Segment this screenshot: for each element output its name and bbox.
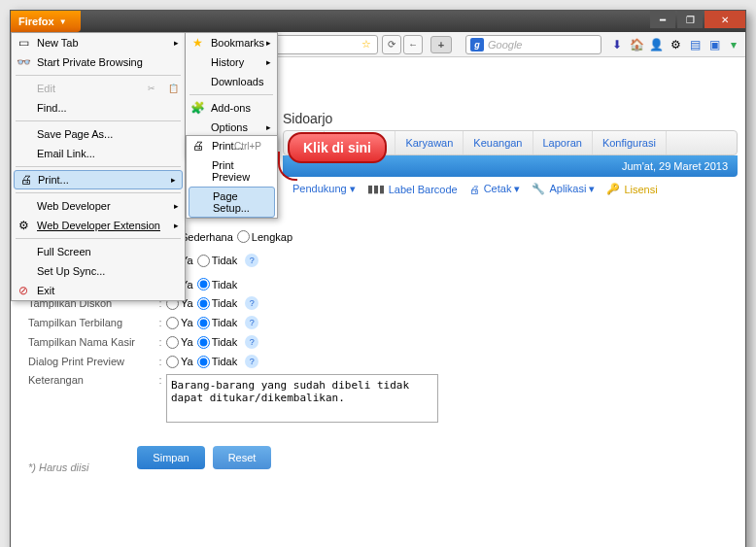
radio-tidak[interactable]	[197, 297, 210, 310]
separator	[16, 166, 181, 167]
label-kasir: Tampilkan Nama Kasir	[28, 336, 155, 348]
mi-print[interactable]: 🖨Print...▸	[14, 170, 183, 189]
gear-icon[interactable]: ⚙	[668, 37, 683, 52]
firefox-menu-left: ▭New Tab▸ 👓Start Private Browsing Edit✂📋…	[11, 32, 186, 301]
separator	[16, 75, 181, 76]
separator	[189, 94, 273, 95]
label-dialog: Dialog Print Preview	[28, 356, 155, 367]
mi-history[interactable]: History▸	[186, 52, 277, 72]
gear-icon: ⚙	[16, 219, 31, 232]
mi-email-link[interactable]: Email Link...	[12, 144, 185, 163]
mi-new-tab[interactable]: ▭New Tab▸	[12, 33, 185, 52]
help-icon[interactable]: ?	[245, 335, 258, 349]
nav-konfigurasi[interactable]: Konfigurasi	[593, 131, 667, 154]
mi-save-as[interactable]: Save Page As...	[12, 124, 185, 144]
mi-edit: Edit✂📋	[12, 79, 185, 98]
separator	[16, 120, 181, 121]
nav-karyawan[interactable]: Karyawan	[395, 131, 464, 154]
mi-start-private[interactable]: 👓Start Private Browsing	[12, 52, 185, 72]
tab-icon: ▭	[16, 36, 31, 50]
arrow-icon: ▸	[174, 201, 179, 211]
keterangan-textarea[interactable]	[166, 374, 438, 423]
reset-button[interactable]: Reset	[213, 446, 272, 469]
tb-pendukung[interactable]: Pendukung ▾	[292, 183, 356, 195]
row-keterangan: Keterangan :	[28, 374, 736, 423]
window-controls: ━ ❐ ✕	[648, 11, 745, 28]
radio-tidak[interactable]	[197, 278, 210, 291]
paste-icon: 📋	[168, 84, 179, 93]
radio-tidak[interactable]	[197, 356, 210, 368]
print-icon: 🖨	[469, 184, 480, 195]
nav-laporan[interactable]: Laporan	[533, 131, 593, 154]
mi-options[interactable]: Options▸	[186, 118, 277, 137]
help-icon[interactable]: ?	[245, 254, 258, 267]
user-icon[interactable]: 👤	[648, 37, 664, 52]
row-dialog: Dialog Print Preview : Ya Tidak ?	[28, 355, 736, 368]
mask-icon: 👓	[16, 55, 31, 69]
search-placeholder: Google	[488, 39, 522, 51]
mi-full-screen[interactable]: Full Screen	[12, 242, 185, 261]
printer-icon: 🖨	[18, 173, 34, 187]
tb-label-barcode[interactable]: ▮▮▮ Label Barcode	[367, 183, 458, 195]
firefox-label: Firefox	[18, 16, 54, 27]
google-icon: g	[470, 38, 484, 51]
mi-web-dev-ext[interactable]: ⚙Web Developer Extension▸	[12, 216, 185, 235]
reload-button[interactable]: ⟳	[382, 35, 401, 54]
radio-ya[interactable]	[166, 356, 179, 368]
mi-print-action[interactable]: 🖨Print...Ctrl+P	[187, 136, 277, 155]
radio-tidak[interactable]	[197, 317, 210, 329]
tab-icon[interactable]: ▣	[706, 37, 722, 52]
star-icon: ★	[189, 36, 205, 50]
radio-ya[interactable]	[166, 317, 179, 329]
download-icon[interactable]: ⬇	[609, 37, 625, 52]
back-button[interactable]: ←	[403, 35, 423, 54]
radio-ya[interactable]	[166, 336, 179, 349]
wrench-icon: 🔧	[532, 183, 545, 195]
row-terbilang: Tampilkan Terbilang : Ya Tidak ?	[28, 316, 736, 329]
sub-toolbar: Pendukung ▾ ▮▮▮ Label Barcode 🖨 Cetak ▾ …	[283, 177, 745, 201]
more-icon[interactable]: ▾	[726, 37, 741, 52]
tb-aplikasi[interactable]: 🔧 Aplikasi ▾	[532, 183, 595, 195]
radio-lengkap[interactable]	[237, 230, 250, 243]
mi-print-preview[interactable]: Print Preview	[187, 155, 277, 187]
home-icon[interactable]: 🏠	[629, 37, 644, 52]
barcode-icon: ▮▮▮	[367, 183, 385, 195]
firefox-menu-button[interactable]: Firefox ▼	[11, 11, 81, 32]
separator	[16, 238, 181, 239]
exit-icon: ⊘	[16, 284, 31, 297]
help-icon[interactable]: ?	[245, 296, 258, 310]
save-button[interactable]: Simpan	[137, 446, 204, 469]
radio-tidak[interactable]	[197, 255, 210, 267]
search-input[interactable]: g Google	[465, 35, 601, 54]
tb-cetak[interactable]: 🖨 Cetak ▾	[469, 183, 521, 195]
help-icon[interactable]: ?	[245, 355, 258, 368]
mi-exit[interactable]: ⊘Exit	[12, 281, 185, 300]
nav-buttons: ⟳ ←	[382, 35, 423, 54]
bookmark-star-icon[interactable]: ☆	[361, 38, 371, 51]
opt-lengkap: Lengkap	[252, 231, 292, 243]
radio-tidak[interactable]	[197, 336, 210, 349]
mi-web-dev[interactable]: Web Developer▸	[12, 196, 185, 216]
nav-keuangan[interactable]: Keuangan	[464, 131, 533, 154]
separator	[16, 192, 181, 193]
help-icon[interactable]: ?	[245, 316, 258, 329]
mi-page-setup[interactable]: Page Setup...	[189, 187, 275, 218]
close-button[interactable]: ✕	[704, 11, 745, 28]
callout: Klik di sini	[288, 132, 387, 163]
arrow-icon: ▸	[266, 38, 271, 48]
mi-downloads[interactable]: Downloads	[186, 72, 277, 91]
maximize-button[interactable]: ❐	[677, 11, 703, 28]
opt-sederhana: Sederhana	[181, 231, 233, 243]
mi-addons[interactable]: 🧩Add-ons	[186, 98, 277, 118]
mi-find[interactable]: Find...	[12, 98, 185, 118]
mi-setup-sync[interactable]: Set Up Sync...	[12, 261, 185, 281]
arrow-icon: ▸	[171, 175, 176, 185]
browser-window: Firefox ▼ ━ ❐ ✕ onfiguration.php?sct=pm&…	[10, 10, 746, 547]
new-tab-button[interactable]: +	[430, 36, 452, 53]
minimize-button[interactable]: ━	[650, 11, 675, 28]
book-icon[interactable]: ▤	[687, 37, 703, 52]
breadcrumb: Sidoarjo	[283, 111, 745, 126]
arrow-icon: ▸	[266, 57, 271, 67]
mi-bookmarks[interactable]: ★Bookmarks▸	[186, 33, 277, 52]
tb-lisensi[interactable]: 🔑 Lisensi	[606, 183, 657, 195]
